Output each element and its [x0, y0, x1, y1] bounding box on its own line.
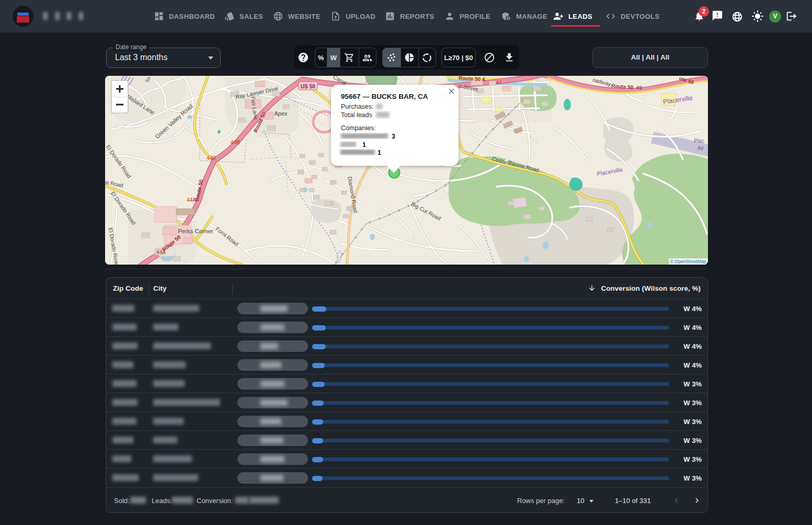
svg-text:© OpenStreetMap: © OpenStreetMap	[670, 259, 706, 264]
svg-text:44B: 44B	[231, 140, 240, 145]
svg-text:Purchases:: Purchases:	[341, 103, 374, 110]
svg-text:47: 47	[496, 79, 502, 86]
svg-text:Apex: Apex	[274, 110, 288, 117]
svg-text:95667 — BUCKS BAR, CA: 95667 — BUCKS BAR, CA	[341, 93, 428, 100]
svg-text:Air: Air	[697, 145, 704, 151]
svg-text:1: 1	[378, 149, 381, 156]
svg-text:44B: 44B	[207, 155, 216, 161]
svg-text:Companies:: Companies:	[341, 124, 376, 132]
svg-text:44A: 44A	[187, 197, 196, 203]
svg-text:49: 49	[636, 85, 642, 91]
svg-text:Perks Corner: Perks Corner	[178, 228, 213, 234]
svg-text:1: 1	[362, 141, 366, 149]
svg-text:44A: 44A	[156, 249, 166, 255]
svg-text:Total leads: Total leads	[341, 111, 372, 119]
svg-text:US 50: US 50	[301, 84, 315, 89]
svg-text:3: 3	[392, 133, 395, 140]
svg-text:Plac: Plac	[694, 138, 704, 144]
